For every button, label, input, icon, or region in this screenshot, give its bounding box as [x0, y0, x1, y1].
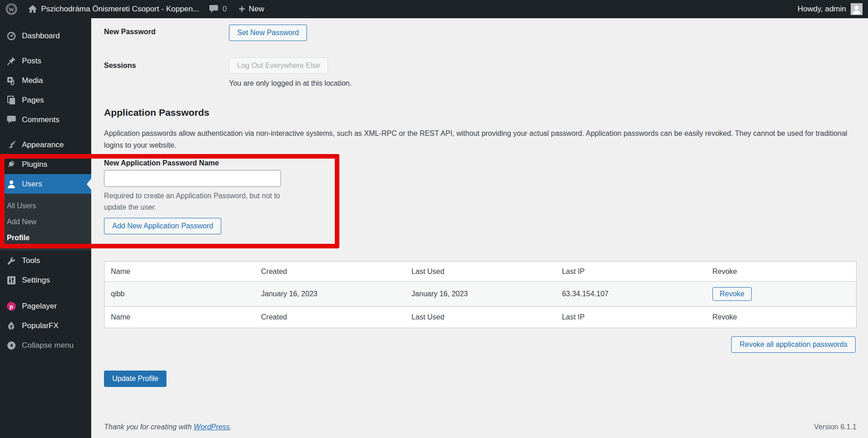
site-menu[interactable]: Pszichodráma Önismereti Csoport - Koppen… [28, 5, 199, 14]
table-footer-row: Name Created Last Used Last IP Revoke [104, 307, 857, 328]
column-header-last-ip: Last IP [556, 262, 706, 282]
wordpress-logo-icon[interactable]: W [5, 3, 17, 15]
sidebar-item-label: Settings [22, 276, 50, 285]
column-header-revoke: Revoke [706, 262, 857, 282]
plugin-icon [6, 160, 17, 169]
sidebar-item-plugins[interactable]: Plugins [0, 155, 91, 174]
new-app-password-help-text: Required to create an Application Passwo… [104, 190, 300, 213]
sidebar-item-label: Collapse menu [22, 341, 73, 350]
new-app-password-name-input[interactable] [104, 170, 281, 187]
pages-icon [6, 96, 17, 105]
column-footer-revoke: Revoke [706, 307, 857, 328]
sidebar-item-label: Appearance [22, 140, 64, 149]
comment-bubble-icon [209, 5, 218, 13]
admin-bar: W Pszichodráma Önismereti Csoport - Kopp… [0, 0, 868, 18]
sidebar-item-collapse-menu[interactable]: Collapse menu [0, 335, 91, 355]
new-label: New [249, 5, 264, 14]
sidebar-item-label: Dashboard [22, 31, 60, 41]
cell-last-ip: 63.34.154.107 [556, 282, 706, 307]
column-footer-last-ip: Last IP [556, 307, 706, 328]
sidebar-item-label: Comments [22, 115, 59, 124]
sidebar-item-label: PopularFX [22, 321, 58, 330]
application-passwords-table: Name Created Last Used Last IP Revoke qi… [104, 261, 857, 328]
collapse-icon [6, 341, 17, 350]
table-header-row: Name Created Last Used Last IP Revoke [104, 262, 857, 282]
sidebar-item-popularfx[interactable]: PopularFX [0, 316, 91, 335]
sidebar-item-media[interactable]: Media [0, 71, 91, 90]
sidebar-item-label: Media [22, 76, 43, 85]
sidebar-item-comments[interactable]: Comments [0, 110, 91, 129]
column-footer-last-used: Last Used [405, 307, 556, 328]
sidebar-item-settings[interactable]: Settings [0, 270, 91, 290]
users-icon [6, 180, 17, 189]
table-row: qibb January 16, 2023 January 16, 2023 6… [104, 282, 857, 307]
dashboard-icon [6, 31, 17, 41]
comments-bubble[interactable]: 0 [209, 5, 227, 14]
cell-last-used: January 16, 2023 [405, 282, 556, 307]
log-out-everywhere-button[interactable]: Log Out Everywhere Else [229, 57, 328, 74]
sidebar-item-label: Plugins [22, 160, 47, 169]
sessions-note: You are only logged in at this location. [229, 79, 352, 88]
sidebar-item-appearance[interactable]: Appearance [0, 135, 91, 155]
cell-name: qibb [104, 282, 255, 307]
admin-footer: Thank you for creating with WordPress. V… [104, 423, 857, 431]
add-new-application-password-button[interactable]: Add New Application Password [104, 218, 221, 234]
footer-thanks-prefix: Thank you for creating with [104, 423, 194, 431]
revoke-button[interactable]: Revoke [712, 287, 752, 301]
comments-icon [6, 116, 17, 124]
appearance-icon [6, 140, 17, 149]
admin-sidebar: Dashboard Posts Media Pages Comments App… [0, 18, 91, 438]
footer-thanks-suffix: . [230, 423, 232, 431]
tools-icon [6, 256, 17, 265]
users-submenu: All Users Add New Profile [0, 194, 91, 251]
footer-thanks-text: Thank you for creating with WordPress. [104, 423, 232, 431]
pushpin-icon [6, 57, 17, 66]
popularfx-icon [6, 321, 17, 330]
submenu-item-profile[interactable]: Profile [0, 230, 91, 246]
column-header-last-used: Last Used [405, 262, 556, 282]
sidebar-item-dashboard[interactable]: Dashboard [0, 26, 91, 46]
media-icon [6, 76, 17, 85]
site-title: Pszichodráma Önismereti Csoport - Koppen… [41, 5, 199, 14]
update-profile-button[interactable]: Update Profile [104, 371, 166, 387]
svg-text:p: p [10, 303, 13, 310]
footer-version: Version 6.1.1 [814, 423, 857, 431]
svg-text:W: W [9, 6, 14, 13]
cell-created: January 16, 2023 [255, 282, 405, 307]
new-content-button[interactable]: + New [239, 5, 264, 14]
howdy-account-menu[interactable]: Howdy, admin [798, 5, 846, 14]
submenu-item-add-new[interactable]: Add New [0, 214, 91, 230]
column-footer-name: Name [104, 307, 255, 328]
sidebar-item-pages[interactable]: Pages [0, 90, 91, 110]
sidebar-item-label: Pages [22, 96, 44, 105]
new-app-password-name-label: New Application Password Name [104, 159, 219, 167]
home-icon [28, 5, 37, 13]
pagelayer-icon: p [6, 301, 17, 311]
column-header-created: Created [255, 262, 405, 282]
submenu-item-all-users[interactable]: All Users [0, 198, 91, 214]
plus-icon: + [239, 5, 245, 14]
sidebar-item-label: Pagelayer [22, 302, 57, 311]
set-new-password-button[interactable]: Set New Password [229, 25, 307, 41]
application-passwords-description: Application passwords allow authenticati… [104, 128, 858, 151]
sidebar-item-label: Posts [22, 57, 42, 66]
wordpress-link[interactable]: WordPress [194, 423, 230, 431]
sidebar-item-label: Tools [22, 256, 40, 265]
profile-page-content: New Password Set New Password Sessions L… [91, 18, 868, 438]
avatar[interactable] [851, 3, 863, 15]
sidebar-item-users[interactable]: Users [0, 174, 91, 194]
sessions-label: Sessions [104, 62, 136, 70]
application-passwords-heading: Application Passwords [104, 107, 209, 118]
revoke-all-application-passwords-button[interactable]: Revoke all application passwords [731, 336, 856, 353]
sidebar-item-label: Users [22, 180, 42, 189]
new-password-label: New Password [104, 28, 156, 36]
sidebar-item-tools[interactable]: Tools [0, 251, 91, 270]
column-footer-created: Created [255, 307, 405, 328]
sidebar-item-posts[interactable]: Posts [0, 51, 91, 71]
column-header-name: Name [104, 262, 255, 282]
settings-icon [6, 276, 17, 285]
sidebar-item-pagelayer[interactable]: p Pagelayer [0, 296, 91, 316]
comment-count: 0 [223, 5, 227, 14]
